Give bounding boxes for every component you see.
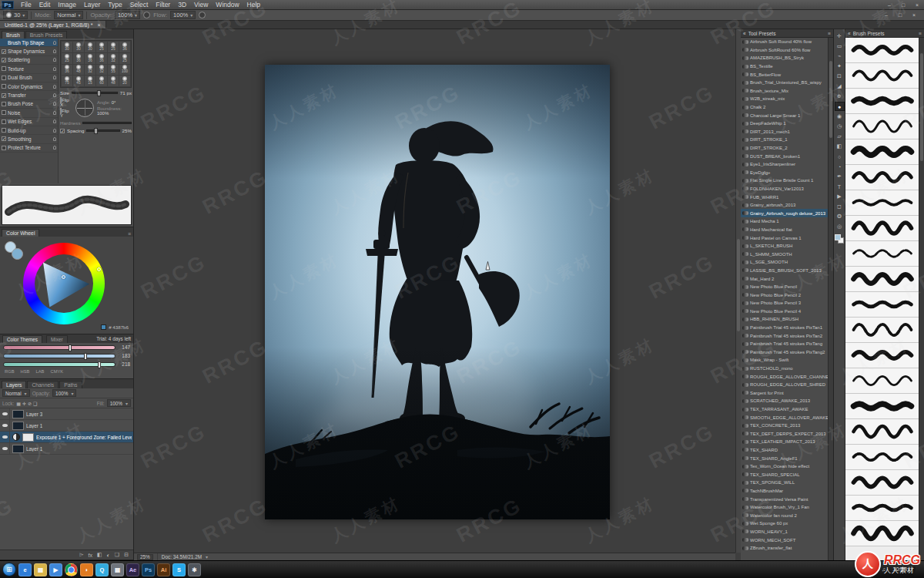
color-wheel-tab[interactable]: Color Wheel — [2, 229, 39, 237]
menu-window[interactable]: Window — [212, 0, 243, 10]
tool-preset-item[interactable]: ZBrush_transfer_flat — [741, 544, 828, 553]
visibility-toggle[interactable] — [0, 408, 10, 420]
lock-icon[interactable] — [53, 93, 56, 97]
tool-preset-item[interactable]: New Photo Blue Pencil 3 — [741, 299, 828, 307]
taskbar-media-player[interactable]: ▶ — [49, 563, 62, 576]
taskbar-folder-explorer[interactable]: ▤ — [34, 563, 47, 576]
brush-preset-item[interactable] — [845, 216, 919, 241]
marquee-tool[interactable]: ▭ — [835, 42, 845, 51]
tool-preset-item[interactable]: Airbrush SoftRound 60% flow — [741, 46, 828, 55]
brush-option-noise[interactable]: Noise — [0, 109, 58, 117]
tool-preset-item[interactable]: EyeDgfg+ — [741, 169, 828, 177]
taskbar-firefox[interactable]: ◗ — [80, 563, 93, 576]
history-brush-tool[interactable]: ◷ — [835, 122, 845, 131]
tool-preset-picker[interactable]: 30 ▾ — [3, 11, 28, 19]
layers-tab-layers[interactable]: Layers — [2, 381, 26, 388]
tool-preset-item[interactable]: TEX_SHARD_AngleF1 — [741, 454, 828, 462]
brush-tip[interactable]: 36 — [85, 53, 95, 64]
brush-preset-item[interactable] — [845, 63, 919, 89]
status-menu-icon[interactable]: ▾ — [206, 554, 208, 560]
lock-icon[interactable] — [53, 102, 56, 106]
brush-tool[interactable]: ● — [835, 102, 845, 111]
mixer-tab[interactable]: Color Themes — [2, 335, 42, 343]
hardness-slider[interactable] — [82, 122, 132, 124]
checkbox[interactable]: ✓ — [2, 49, 6, 54]
brush-tip[interactable]: 25 — [62, 53, 72, 64]
checkbox[interactable] — [2, 119, 6, 124]
lock-icon[interactable] — [53, 49, 56, 53]
taskbar-photoshop[interactable]: Ps — [142, 563, 155, 576]
foreground-color-swatch[interactable] — [835, 234, 841, 240]
checkbox[interactable] — [2, 76, 6, 80]
angle-control[interactable] — [75, 99, 94, 117]
tool-preset-item[interactable]: Brush_Trial_Untextured_BS_wispy — [741, 79, 828, 87]
menu-layer[interactable]: Layer — [80, 0, 104, 10]
brush-tip[interactable]: 32 — [96, 65, 107, 76]
tool-preset-item[interactable]: Grainy_airbrush_2013 — [741, 201, 828, 210]
maximize-button[interactable]: □ — [893, 11, 907, 20]
brush-preset-item[interactable] — [845, 190, 919, 216]
brush-option-texture[interactable]: Texture — [0, 65, 58, 73]
menu-view[interactable]: View — [190, 0, 212, 10]
brush-tip[interactable]: 36 — [62, 65, 72, 76]
tool-preset-item[interactable]: Flat Single Line Bristle Count 1 — [741, 176, 828, 185]
tool-preset-item[interactable]: DIRT_STROKE_1 — [741, 136, 828, 144]
adjustment-icon[interactable]: ◐ — [107, 553, 110, 558]
tool-preset-item[interactable]: Chalk 2 — [741, 103, 828, 112]
hue-marker[interactable] — [97, 267, 101, 271]
menu-edit[interactable]: Edit — [35, 0, 55, 10]
tool-preset-item[interactable]: Hard Mechanical flat — [741, 226, 828, 234]
lock-icon[interactable] — [53, 146, 56, 150]
brush-option-dual-brush[interactable]: Dual Brush — [0, 74, 58, 82]
hand-tool[interactable]: ❂ — [835, 212, 845, 221]
brush-option-protect-texture[interactable]: Protect Texture — [0, 144, 58, 153]
tool-preset-item[interactable]: WORN_MECH_SOFT — [741, 536, 828, 544]
brush-tip[interactable]: 60 — [96, 76, 107, 86]
tool-preset-item[interactable]: Watercolor Brush_Vry_1 Fan — [741, 503, 828, 512]
tool-preset-item[interactable]: DUST_BREAK_broken1 — [741, 152, 828, 160]
tool-preset-item[interactable]: TEX_LEATHER_IMPACT_2013 — [741, 438, 828, 446]
tool-preset-item[interactable]: L_SGE_SMOOTH — [741, 258, 828, 267]
checkbox[interactable] — [2, 66, 6, 71]
tool-preset-item[interactable]: Eye1_IrisSharpenliner — [741, 160, 828, 169]
lock-toggle-icon[interactable]: ❑ — [33, 401, 37, 406]
tool-preset-item[interactable]: TEX_SPONGE_WILL — [741, 479, 828, 487]
layer-mask-thumbnail[interactable] — [22, 433, 34, 442]
menu-type[interactable]: Type — [104, 0, 126, 10]
checkbox[interactable]: ✓ — [2, 93, 6, 98]
tray-icon[interactable]: ▴ — [869, 566, 872, 572]
menu-file[interactable]: File — [17, 0, 35, 10]
fill-select[interactable]: 100% ▾ — [107, 399, 131, 407]
trash-icon[interactable]: ⊟ — [124, 552, 129, 558]
airbrush-icon[interactable] — [199, 12, 206, 18]
taskbar-settings[interactable]: ✻ — [188, 563, 201, 576]
mixer-tab[interactable]: Mixer — [46, 335, 68, 343]
brush-tip[interactable]: 45 — [73, 76, 84, 86]
brush-option-brush-pose[interactable]: Brush Pose — [0, 100, 58, 109]
brush-preset-item[interactable] — [845, 241, 919, 267]
tool-preset-item[interactable]: SCRATCHED_AWAKE_2013 — [741, 397, 828, 405]
brush-preset-item[interactable] — [845, 165, 919, 190]
tool-preset-item[interactable]: L_SKETCH_BRUSH — [741, 242, 828, 250]
lock-toggle-icon[interactable]: ▦ — [16, 401, 21, 406]
brush-tip[interactable]: 48 — [73, 65, 84, 76]
taskbar-internet-explorer[interactable]: e — [18, 563, 32, 576]
tool-preset-item[interactable]: TEX_CONCRETE_2013 — [741, 422, 828, 430]
mixer-mode-hsb[interactable]: HSB — [21, 369, 30, 374]
tool-preset-item[interactable]: New Photo Blue Pencil — [741, 283, 828, 291]
tool-preset-item[interactable]: Mat_Hard 2 — [741, 274, 828, 283]
brush-preset-item[interactable] — [845, 496, 919, 521]
tool-preset-item[interactable]: FOLDNHAKEN_Var12013 — [741, 185, 828, 193]
tool-preset-item[interactable]: BS_BetterFlow — [741, 70, 828, 79]
collapse-panel-icon[interactable]: « — [743, 31, 746, 36]
brush-tip[interactable]: 48 — [108, 76, 119, 86]
brush-tip[interactable]: 30 — [73, 42, 84, 52]
collapse-panel-icon[interactable]: « — [848, 31, 851, 36]
tool-preset-item[interactable]: TEX_DEFT_DERPS_EXPECT_2013 — [741, 430, 828, 439]
dodge-tool[interactable]: ◔ — [835, 162, 845, 171]
color-marker[interactable] — [62, 275, 65, 279]
tool-preset-item[interactable]: AMAZEBRUSH_BS_Stryk — [741, 54, 828, 62]
tool-preset-item[interactable]: Airbrush Soft Round 40% flow — [741, 38, 828, 46]
tool-preset-item[interactable]: WORN_HEAVY_1 — [741, 528, 828, 536]
brush-option-transfer[interactable]: ✓Transfer — [0, 91, 58, 99]
